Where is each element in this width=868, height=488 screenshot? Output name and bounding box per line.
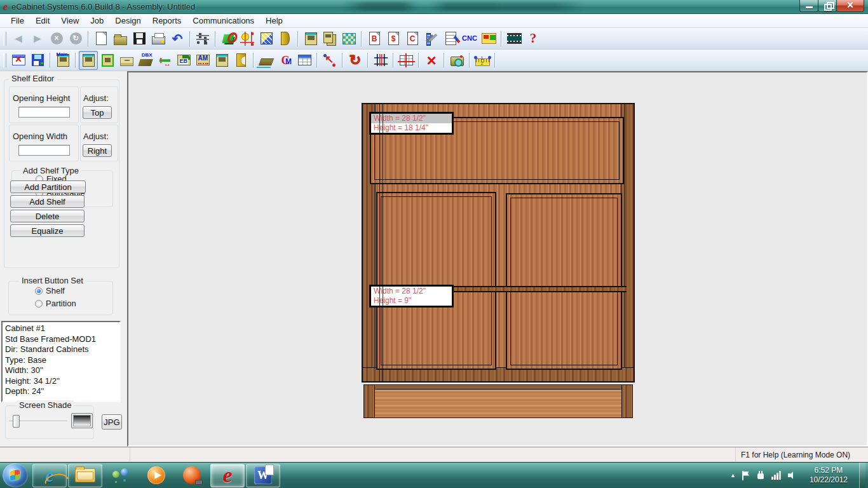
delete-red-x-icon: × xyxy=(424,53,439,68)
tray-hidden-icons-arrow[interactable]: ▲ xyxy=(730,472,736,478)
restore-button[interactable] xyxy=(818,0,837,12)
nav-forward-button[interactable]: ► xyxy=(28,29,47,48)
frame-editor-button[interactable] xyxy=(98,51,117,70)
menu-help[interactable]: Help xyxy=(260,15,288,27)
radio-shelf[interactable]: Shelf xyxy=(35,286,65,295)
cutlist-document-button[interactable]: C xyxy=(403,29,422,48)
network-signal-icon[interactable] xyxy=(771,471,782,480)
room-layout-button[interactable] xyxy=(339,29,358,48)
jpg-button[interactable]: JPG xyxy=(102,414,122,430)
delete-button[interactable]: Delete xyxy=(10,210,85,222)
custom-material-button[interactable]: C xyxy=(276,51,295,70)
nav-refresh-button[interactable]: ↻ xyxy=(66,29,85,48)
show-desktop-button[interactable] xyxy=(859,463,865,488)
help-button[interactable]: ? xyxy=(524,29,543,48)
nav-stop-button[interactable]: × xyxy=(47,29,66,48)
adjust-right-button[interactable]: Right xyxy=(83,144,112,157)
drawing-canvas[interactable]: Width = 28 1/2" Height = 18 1/4" Width =… xyxy=(127,71,868,447)
add-partition-button[interactable]: Add Partition xyxy=(10,180,86,193)
power-plug-icon[interactable] xyxy=(756,471,765,480)
right-door-opening[interactable] xyxy=(506,193,622,370)
tools-button[interactable] xyxy=(422,29,441,48)
toolbar-separator xyxy=(215,31,216,46)
close-button[interactable] xyxy=(836,0,864,12)
menu-job[interactable]: Job xyxy=(85,15,109,27)
grid-sections-button[interactable] xyxy=(397,51,416,70)
open-file-button[interactable] xyxy=(111,29,130,48)
measure-pointer-button[interactable]: ↖ xyxy=(320,51,339,70)
schedule-button[interactable] xyxy=(295,51,314,70)
profile-editor-button[interactable] xyxy=(257,29,276,48)
image-viewer-button[interactable] xyxy=(505,29,524,48)
opening-height-input[interactable] xyxy=(18,107,70,118)
close-window-button[interactable]: × xyxy=(9,51,28,70)
radio-shelf-circle[interactable] xyxy=(35,287,43,295)
menu-reports[interactable]: Reports xyxy=(147,15,187,27)
add-shelf-button[interactable]: Add Shelf xyxy=(10,195,85,208)
cnc-button[interactable]: CNC xyxy=(460,29,479,48)
taskbar-windows-explorer[interactable] xyxy=(68,464,102,487)
door-editor-button[interactable] xyxy=(276,29,295,48)
radio-partition[interactable]: Partition xyxy=(35,299,76,308)
point-editor-button[interactable] xyxy=(238,29,257,48)
minimize-button[interactable] xyxy=(799,0,818,12)
report-button[interactable] xyxy=(441,29,460,48)
volume-speaker-icon[interactable] xyxy=(788,471,798,480)
opening-width-input[interactable] xyxy=(18,145,70,156)
menu-design[interactable]: Design xyxy=(109,15,146,27)
taskbar-ecabinet[interactable]: e xyxy=(210,464,245,487)
cost-document-icon: $ xyxy=(388,32,399,45)
menu-bar: FileEditViewJobDesignReportsCommunicatio… xyxy=(0,14,868,28)
main-cabinet-button[interactable]: Main xyxy=(53,51,72,70)
delete-red-x-button[interactable]: × xyxy=(422,51,441,70)
save-assembly-button[interactable] xyxy=(28,51,47,70)
dbx-button[interactable]: DBX xyxy=(136,51,155,70)
equalize-button[interactable]: Equalize xyxy=(10,224,85,237)
rails-align-button[interactable] xyxy=(371,51,390,70)
cost-document-button[interactable]: $ xyxy=(384,29,403,48)
cabinet-button[interactable] xyxy=(301,29,320,48)
taskbar-messenger[interactable] xyxy=(104,464,138,487)
tray-button[interactable] xyxy=(257,51,276,70)
menu-file[interactable]: File xyxy=(5,15,30,27)
clock-time: 6:52 PM xyxy=(810,466,848,475)
edge-band-button[interactable]: EB xyxy=(174,51,193,70)
cabinet-editor-button[interactable] xyxy=(79,51,98,70)
face-frame-button[interactable] xyxy=(212,51,231,70)
rotate-icon: ↻ xyxy=(348,53,363,68)
material-editor-button[interactable] xyxy=(219,29,238,48)
options-sliders-button[interactable] xyxy=(193,29,212,48)
taskbar-snagit[interactable] xyxy=(175,464,209,487)
bid-document-button[interactable]: B xyxy=(365,29,384,48)
print-button[interactable] xyxy=(149,29,168,48)
start-button[interactable] xyxy=(3,463,28,487)
assembly-button[interactable] xyxy=(320,29,339,48)
drawer-editor-button[interactable] xyxy=(117,51,136,70)
snapshot-camera-button[interactable] xyxy=(447,51,466,70)
nav-back-button[interactable]: ◄ xyxy=(9,29,28,48)
shelf-editor-button[interactable]: ↕ xyxy=(155,51,174,70)
rotate-button[interactable]: ↻ xyxy=(346,51,365,70)
auto-mill-button[interactable]: AM xyxy=(193,51,212,70)
undo-button[interactable]: ↶ xyxy=(168,29,187,48)
radio-partition-circle[interactable] xyxy=(35,300,43,308)
save-button[interactable] xyxy=(130,29,149,48)
door-shape-button[interactable] xyxy=(231,51,250,70)
dimension-ruler-button[interactable]: 1 2 xyxy=(473,51,492,70)
menu-view[interactable]: View xyxy=(55,15,85,27)
left-door-opening[interactable] xyxy=(376,192,496,370)
taskbar-media-player[interactable] xyxy=(139,464,173,487)
screen-shade-preview-button[interactable] xyxy=(71,413,93,428)
nesting-layout-button[interactable] xyxy=(479,29,498,48)
taskbar-clock[interactable]: 6:52 PM 10/22/2012 xyxy=(804,466,853,485)
menu-edit[interactable]: Edit xyxy=(30,15,55,27)
menu-communications[interactable]: Communications xyxy=(187,15,260,27)
adjust-top-button[interactable]: Top xyxy=(83,106,112,119)
taskbar-word[interactable]: W xyxy=(246,464,280,487)
toolbar2: ×MainDBX↕EBAMC↖↻×1 2 xyxy=(0,50,868,71)
taskbar-internet-explorer[interactable]: e xyxy=(32,464,67,487)
screen-shade-slider-thumb[interactable] xyxy=(13,415,20,428)
action-center-flag-icon[interactable] xyxy=(742,471,750,480)
save-assembly-icon xyxy=(32,54,44,66)
new-file-button[interactable] xyxy=(92,29,111,48)
